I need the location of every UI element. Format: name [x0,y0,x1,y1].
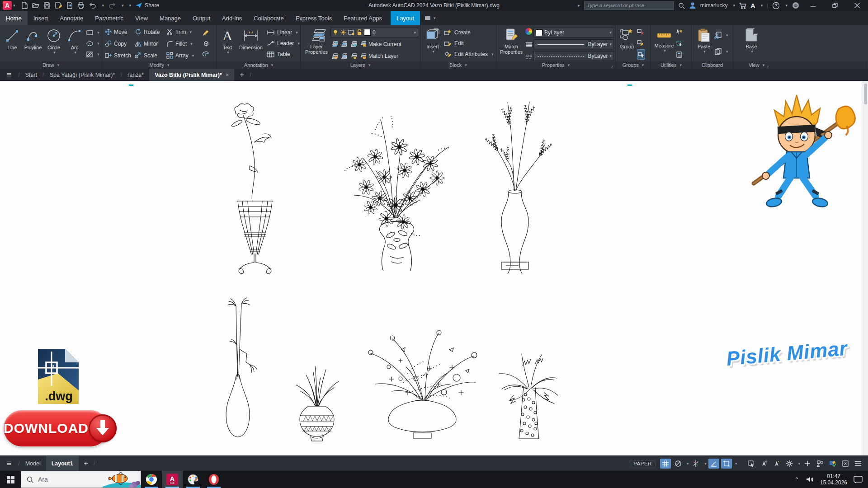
object-snap-caret-icon[interactable]: ▾ [735,461,737,466]
autocad-app-icon[interactable]: ACAD [162,471,183,488]
save-as-icon[interactable] [55,2,62,9]
stretch-tool[interactable]: Stretch [105,50,135,61]
workspace-plus-button[interactable] [802,459,813,469]
move-tool[interactable]: Move [105,26,135,38]
panel-label-groups[interactable]: Groups▾ [616,61,651,69]
panel-label-utilities[interactable]: Utilities▾ [651,61,691,69]
annotation-autoscale-toggle[interactable] [771,459,782,469]
share-button[interactable]: Share [135,2,159,9]
drawing-flower-in-trumpet-vase[interactable] [224,103,285,274]
assistant-bubble-icon[interactable] [792,2,800,9]
panel-label-properties[interactable]: Properties▾⌟ [496,61,615,69]
color-wheel-icon[interactable] [525,28,532,35]
layer-properties-tool[interactable]: Layer Properties [302,25,330,61]
text-tool[interactable]: A Text ▾ [219,25,236,61]
layout1-tab[interactable]: Layout1 [46,456,79,471]
snap-caret-icon[interactable]: ▾ [687,461,689,466]
lineweight-icon[interactable] [525,42,533,47]
table-tool[interactable]: Table [267,49,300,60]
panel-label-view[interactable]: View▾⌟ [733,61,868,69]
qat-customize-icon[interactable]: ▾ [129,3,132,8]
scrollbar-thumb[interactable] [864,84,867,104]
fillet-tool[interactable]: Fillet▾ [166,38,201,49]
open-folder-icon[interactable] [32,2,39,9]
ribbon-tab-parametric[interactable]: Parametric [89,11,129,25]
panel-label-annotation[interactable]: Annotation▾ [217,61,300,69]
help-icon[interactable]: ? [772,2,780,9]
object-snap-toggle[interactable] [721,459,732,469]
polar-tracking-toggle[interactable] [708,459,719,469]
file-tabs-menu-icon[interactable]: ≡ [0,69,18,81]
hatch-tool[interactable]: ▾ [86,49,99,60]
volume-icon[interactable] [806,476,814,483]
array-tool[interactable]: Array▾ [166,50,201,61]
panel-label-layers[interactable]: Layers▾ [301,61,420,69]
arc-tool[interactable]: Arc ▾ [64,25,85,61]
polyline-tool[interactable]: Polyline [23,25,43,61]
application-menu-button[interactable]: A [3,1,12,10]
user-menu-caret-icon[interactable]: ▾ [733,3,735,8]
taskbar-search-box[interactable] [21,471,141,488]
graphics-performance-button[interactable] [827,459,838,469]
ungroup-tool[interactable] [637,27,645,37]
search-expand-icon[interactable]: ▸ [578,3,580,8]
tray-clock[interactable]: 01:47 15.04.2026 [820,473,847,486]
autodesk-app-caret-icon[interactable]: ▾ [761,3,763,8]
ribbon-tab-manage[interactable]: Manage [154,11,187,25]
lineweight-dropdown[interactable]: ByLayer▾ [533,39,614,49]
file-tab-spa-yatagi[interactable]: Spa Yatağı (Pislik Mimar)* [44,69,121,81]
new-file-icon[interactable] [21,2,28,9]
drawing-palm-plant[interactable] [495,346,562,443]
line-tool[interactable]: Line [2,25,23,61]
dynamic-input-caret-icon[interactable]: ▾ [704,461,707,466]
ribbon-tab-express-tools[interactable]: Express Tools [290,11,338,25]
ribbon-tab-addins[interactable]: Add-ins [216,11,248,25]
linetype-icon[interactable] [525,54,533,59]
insert-block-tool[interactable]: Insert ▾ [422,25,443,61]
mirror-tool[interactable]: Mirror [135,38,166,49]
ribbon-display-toggle[interactable]: ▾ [425,11,436,25]
trim-tool[interactable]: Trim▾ [166,26,201,38]
make-current-tool[interactable]: Make Current [330,39,418,50]
drawing-branches-in-bottle-vase[interactable] [216,291,260,440]
base-view-tool[interactable]: Base ▾ [740,25,763,61]
close-tab-icon[interactable]: × [226,72,229,78]
dimension-tool[interactable]: Dimension [236,25,266,61]
edit-attributes-tool[interactable]: Edit Attributes▾ [444,49,494,60]
circle-tool[interactable]: Circle ▾ [43,25,64,61]
grid-toggle[interactable] [660,459,671,469]
print-icon[interactable] [77,2,85,9]
gear-caret-icon[interactable]: ▾ [798,461,800,466]
restore-button[interactable] [826,0,844,11]
panel-label-draw[interactable]: Draw▾ [0,61,102,69]
erase-tool[interactable] [203,27,210,38]
drawing-grass-in-round-pot[interactable] [291,362,343,443]
dynamic-input-toggle[interactable] [690,459,701,469]
create-block-tool[interactable]: Create [444,27,494,38]
ribbon-tab-layout[interactable]: Layout [391,11,420,25]
edit-block-tool[interactable]: Edit [444,38,494,49]
circle-caret-icon[interactable]: ▾ [53,50,56,55]
panel-label-clipboard[interactable]: Clipboard [692,61,733,69]
model-tab[interactable]: Model [20,456,46,471]
help-caret-icon[interactable]: ▾ [785,3,788,8]
new-drawing-tab-button[interactable]: + [234,69,250,81]
ribbon-tab-home[interactable]: Home [0,11,28,25]
minimize-button[interactable] [804,0,822,11]
chrome-app-icon[interactable] [141,471,162,488]
rectangle-tool[interactable]: ▾ [86,27,99,38]
group-edit-tool[interactable] [637,38,645,47]
search-icon[interactable] [678,2,685,9]
file-tab-vazo-bitki[interactable]: Vazo Bitki (Pislik Mimar)* × [149,69,234,81]
scale-tool[interactable]: Scale [135,50,166,61]
copy-tool[interactable]: Copy [105,38,135,49]
selection-cycling-toggle[interactable] [746,459,757,469]
redo-caret-icon[interactable]: ▾ [122,3,124,8]
redo-icon[interactable] [108,2,116,9]
panel-label-modify[interactable]: Modify▾ [102,61,217,69]
match-layer-tool[interactable]: Match Layer [330,51,418,61]
panel-label-block[interactable]: Block▾ [420,61,496,69]
group-selection-toggle[interactable] [637,49,645,60]
ribbon-tab-insert[interactable]: Insert [28,11,54,25]
action-center-icon[interactable] [854,475,863,483]
